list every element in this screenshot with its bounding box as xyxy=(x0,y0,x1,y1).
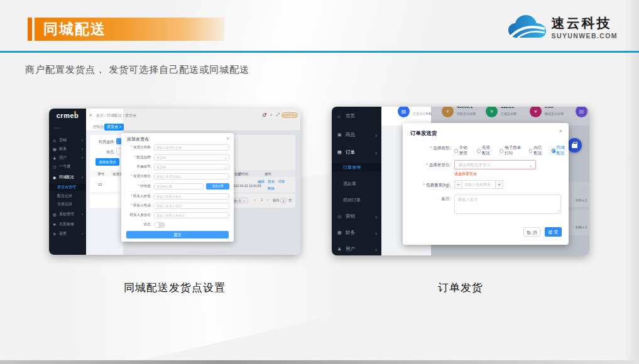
floating-action-button[interactable] xyxy=(567,138,582,153)
chevron-down-icon: ∨ xyxy=(81,156,84,159)
delivery-brand-select[interactable]: 请选择 xyxy=(154,154,229,161)
chevron-down-icon: ∨ xyxy=(81,147,84,151)
radio-icon xyxy=(500,149,503,153)
radio-icon xyxy=(529,149,533,153)
chevron-down-icon: ∨ xyxy=(81,212,84,216)
sidebar-item-page-decoration[interactable]: ❖ 页面装修 xyxy=(49,220,86,228)
weight-label: 包裹重量(kg): xyxy=(403,183,451,188)
title-accent-bar xyxy=(28,18,32,41)
weight-input[interactable]: 请输入包裹重量 xyxy=(462,180,495,189)
add-delivery-point-button[interactable]: 添加发货点 xyxy=(96,158,119,166)
chevron-down-icon: ∨ xyxy=(81,232,84,235)
sidebar-subitem-refund-orders[interactable]: 退款单 xyxy=(332,179,381,188)
radio-no-delivery[interactable]: 无需配送 xyxy=(477,145,494,156)
modal-title: 订单发送货 xyxy=(410,130,437,137)
time-filter-label: 时间选择: xyxy=(90,139,115,145)
sidebar-item-finance[interactable]: ▦ 财务 ∨ xyxy=(49,145,86,153)
contact-phone-input[interactable]: 请输入联系人电话 xyxy=(154,203,229,209)
marketing-icon: ◎ xyxy=(337,214,343,219)
city-select[interactable]: 请选择 xyxy=(154,164,229,170)
radio-self-delivery[interactable]: 自己配送 xyxy=(529,145,546,156)
radio-city-delivery[interactable]: 同城配送 xyxy=(552,145,569,156)
sidebar-subitem-delivery-records[interactable]: 配送记录 xyxy=(49,193,86,200)
sidebar-item-system[interactable]: ▧ 系统管理 ∨ xyxy=(49,210,86,218)
sidebar-item-users[interactable]: ♟ 用户 ∨ xyxy=(332,245,381,254)
field-label: 所属城市: xyxy=(121,164,151,169)
remark-textarea[interactable]: 请输入备注 xyxy=(454,195,561,214)
field-label: 发货点地址: xyxy=(121,174,151,178)
sidebar-subitem-delivery-points[interactable]: 发货点管理 xyxy=(49,184,86,191)
chevron-down-icon: ∨ xyxy=(375,215,378,219)
ship-type-radio-group: 手动发货 无需配送 电子面单打印 自己配送 同城配送 xyxy=(454,145,569,156)
system-icon: ▧ xyxy=(53,212,57,217)
sidebar-item-home[interactable]: ⌂ 首页 xyxy=(332,112,381,120)
marketing-icon: ◎ xyxy=(53,138,57,142)
find-location-button[interactable]: 查找位置 xyxy=(206,183,229,190)
brand-name: 速云科技 xyxy=(552,14,618,32)
submit-button[interactable]: 提交 xyxy=(126,231,229,238)
home-icon: ⌂ xyxy=(337,114,343,119)
close-icon[interactable]: × xyxy=(559,128,562,134)
sidebar-subitem-recharge-records[interactable]: 充值记录 xyxy=(49,201,86,208)
sidebar-item-settings[interactable]: ⚙ 设置 ∨ xyxy=(49,230,86,237)
sidebar-subitem-verify-orders[interactable]: 核销订单 xyxy=(332,196,381,204)
orders-stat-icon: ▤ xyxy=(398,107,410,117)
sidebar-item-products[interactable]: ▣ 商品 ∨ xyxy=(332,131,381,139)
collapse-menu-icon[interactable]: ≡ xyxy=(89,113,92,117)
finance-icon: ▦ xyxy=(337,230,343,235)
validation-error: 请选择发货点 xyxy=(454,171,477,177)
chevron-up-icon: ∧ xyxy=(81,175,84,179)
delivery-icon: ◉ xyxy=(53,175,57,179)
sidebar-item-marketing[interactable]: ◎ 营销 ∨ xyxy=(49,136,86,144)
address-input[interactable]: 请输入发货点地址 xyxy=(154,173,229,179)
delivery-point-name-input[interactable]: 请输入发货点名称 xyxy=(154,144,229,151)
sidebar-item-users[interactable]: ♟ 用户 ∨ xyxy=(49,154,86,161)
sidebar-subitem-order-management[interactable]: 订单管理 xyxy=(332,163,381,171)
clock-icon: ◷ xyxy=(53,164,57,169)
delivery-point-select[interactable]: 请选择配送发货点 xyxy=(454,160,536,169)
field-label: 联系人姓名: xyxy=(121,194,151,198)
field-label: 配送品牌: xyxy=(121,155,151,159)
sidebar-item-finance[interactable]: ▦ 财务 ∨ xyxy=(332,228,381,237)
finance-icon: ▦ xyxy=(53,147,57,151)
cloud-road-icon xyxy=(508,14,547,40)
field-label: 联系人身份证: xyxy=(121,213,151,217)
status-toggle[interactable] xyxy=(154,222,165,228)
bottom-bar xyxy=(0,360,639,364)
remark-label: 备注: xyxy=(403,196,451,202)
modal-title: 添加发货点 xyxy=(127,136,149,142)
chevron-down-icon: ∨ xyxy=(375,133,378,137)
right-sidebar: ⌂ 首页 ▣ 商品 ∨ ▤ 订单 ∧ 订单管理 退款单 核销订单 ◎ 营销 ∨ xyxy=(332,107,381,255)
briefcase-icon xyxy=(572,144,577,148)
tab-delivery-point[interactable]: 发货点 × xyxy=(104,124,124,131)
contact-id-input[interactable]: 请输入联系人身份证 xyxy=(154,212,229,218)
cancel-button[interactable]: 取 消 xyxy=(523,227,540,237)
close-icon[interactable]: × xyxy=(226,136,229,141)
sidebar-item-orders[interactable]: ▤ 订单 ∧ xyxy=(332,148,381,157)
chevron-down-icon: ∨ xyxy=(81,138,84,142)
radio-e-waybill[interactable]: 电子面单打印 xyxy=(500,145,523,156)
radio-icon xyxy=(477,149,481,153)
field-label: 经纬度: xyxy=(121,184,151,188)
user-icon: ♟ xyxy=(337,247,343,252)
coordinates-input[interactable]: 请选择位置 xyxy=(154,183,204,190)
contact-name-input[interactable]: 请输入联系人姓名 xyxy=(154,193,229,200)
submit-button[interactable]: 提 交 xyxy=(545,227,562,237)
sidebar-item-yihaotong[interactable]: ◷ 一号通 xyxy=(49,163,86,170)
sidebar-item-city-delivery[interactable]: ◉ 同城配送 ∧ xyxy=(49,173,86,181)
left-main-area: ≡ 首页 / 同城配送 / 发货点 ⌕ ⤢ 超级管理员 控制台 发货点 × 时间… xyxy=(86,109,300,255)
minus-button[interactable]: − xyxy=(454,180,462,189)
plus-button[interactable]: + xyxy=(495,180,503,189)
decoration-icon: ❖ xyxy=(53,222,57,227)
tab-console[interactable]: 控制台 xyxy=(93,124,104,130)
sidebar-item-marketing[interactable]: ◎ 营销 ∨ xyxy=(332,212,381,221)
radio-manual-ship[interactable]: 手动发货 xyxy=(454,145,471,156)
chevron-down-icon: ∨ xyxy=(375,231,378,235)
caption-right: 订单发货 xyxy=(332,281,589,295)
screenshot-delivery-point-settings: crmeb ◎ 营销 ∨ ▦ 财务 ∨ ♟ 用户 ∨ ◷ 一号通 xyxy=(49,109,300,255)
point-label: 选择发货点: xyxy=(403,163,451,168)
radio-icon xyxy=(454,149,458,153)
brand-logo: 速云科技 SUYUNWEB.COM xyxy=(508,14,618,40)
crmeb-logo: crmeb xyxy=(49,112,86,119)
status-filter-label: 状态: xyxy=(90,149,115,155)
